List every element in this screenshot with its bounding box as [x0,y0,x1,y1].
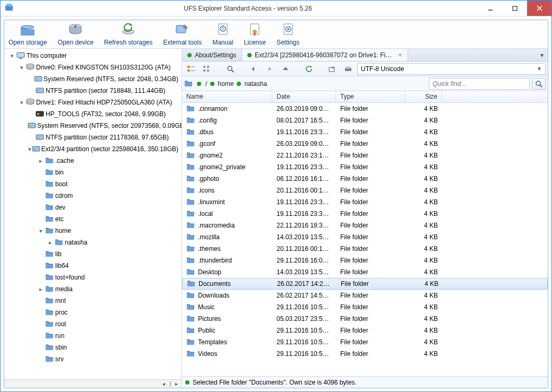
cell-size: 4 KB [405,128,442,136]
tab-about[interactable]: About/Settings [182,49,242,61]
sidebar-hscroll[interactable]: ◂ | ▸ [4,379,182,388]
print-icon[interactable] [341,63,355,75]
tab-close-icon[interactable]: × [398,51,402,59]
expand-icon[interactable]: ▾ [8,53,16,59]
toolbar-open-device[interactable]: Open device [58,22,93,46]
tab-menu-icon[interactable]: ▾ [536,51,548,59]
cell-date: 14.03.2019 13:53:41 [272,233,336,241]
expand-icon[interactable]: ▸ [37,286,45,293]
file-row[interactable]: .gconf26.03.2019 09:03:55File folder4 KB [182,138,548,150]
tree-item[interactable]: ▸natasha [4,237,182,248]
tree-item[interactable]: etc [4,213,182,225]
nav-forward-icon[interactable] [263,63,277,75]
tree-item[interactable]: lib [4,248,182,260]
file-row[interactable]: .gphoto06.12.2016 16:18:35File folder4 K… [182,173,548,185]
tree-item[interactable]: ▾Drive0: Fixed KINGSTON SH103S3120G (ATA… [4,62,182,73]
tree-item[interactable]: ▾Drive1: Fixed Hitachi HDP725050GLA360 (… [4,97,182,108]
file-row[interactable]: Public29.11.2016 10:53:57File folder4 KB [182,325,548,336]
file-row[interactable]: Downloads26.02.2017 14:50:57File folder4… [182,290,548,301]
tree-item[interactable]: ▾This computer [4,50,182,62]
expand-icon[interactable]: ▾ [18,99,25,106]
tree-item[interactable]: proc [4,307,182,318]
tree-item[interactable]: NTFS partition (sector 21178368, 97.65GB… [4,132,182,143]
tree-item[interactable]: System Reserved (NTFS, sector 2048, 0.34… [4,73,182,85]
file-grid[interactable]: .cinnamon26.03.2019 09:03:59File folder4… [182,103,548,376]
file-row[interactable]: .linuxmint19.11.2016 23:37:25File folder… [182,196,548,208]
expand-icon[interactable]: ▸ [37,158,45,164]
expand-icon[interactable]: ▸ [47,239,54,246]
file-row[interactable]: .config08.01.2017 16:52:28File folder4 K… [182,115,548,126]
folder-icon [186,256,195,265]
nav-back-icon[interactable] [247,63,261,75]
tree-item[interactable]: lib64 [4,260,182,272]
nav-up-icon[interactable] [279,63,292,75]
file-row[interactable]: .macromedia22.11.2016 18:32:19File folde… [182,220,548,231]
tree-item[interactable]: NTFS partition (sector 718848, 111.44GB) [4,85,182,97]
close-button[interactable] [527,1,551,16]
tree-item[interactable]: boot [4,178,182,190]
tree-view-icon[interactable] [184,63,198,75]
refresh-icon[interactable] [302,63,316,75]
file-row[interactable]: Music29.11.2016 10:53:57File folder4 KB [182,301,548,313]
tree-item[interactable]: bin [4,167,182,178]
expand-icon[interactable]: ▾ [37,228,45,234]
toolbar-license[interactable]: License [244,22,266,46]
list-view-icon[interactable] [200,63,214,75]
toolbar-settings[interactable]: Settings [277,22,299,46]
file-row[interactable]: .icons20.11.2016 00:16:12File folder4 KB [182,185,548,196]
minimize-button[interactable] [478,1,503,16]
tree-item[interactable]: cdrom [4,190,182,202]
file-row[interactable]: Pictures05.03.2017 23:57:38File folder4 … [182,313,548,325]
file-row[interactable]: .local19.11.2016 23:36:47File folder4 KB [182,208,548,220]
breadcrumb-seg-0[interactable]: / [205,80,207,88]
tree-item[interactable]: mnt [4,295,182,307]
tree-item[interactable]: run [4,330,182,342]
encoding-select[interactable]: UTF-8 Unicode ▼ [357,63,546,75]
quickfind-button[interactable] [532,78,546,90]
file-row[interactable]: .thunderbird29.11.2016 16:09:33File fold… [182,255,548,266]
expand-icon[interactable]: ▾ [28,146,32,153]
tree-item[interactable]: ▾home [4,225,182,237]
file-row[interactable]: .gnome2_private19.11.2016 23:37:36File f… [182,161,548,173]
file-row[interactable]: .dbus19.11.2016 23:36:45File folder4 KB [182,126,548,138]
tab-ext[interactable]: Ext2/3/4 [225980416-960387072 on Drive1:… [242,49,408,61]
tree-item[interactable]: sbin [4,342,182,353]
tree-item[interactable]: srv [4,353,182,365]
find-icon[interactable] [223,63,237,75]
toolbar-open-storage[interactable]: Open storage [8,22,47,46]
file-row[interactable]: .cinnamon26.03.2019 09:03:59File folder4… [182,103,548,115]
tree-item[interactable]: root [4,318,182,330]
breadcrumb-root-icon[interactable] [184,80,193,88]
file-row[interactable]: .gnome222.11.2016 23:11:29File folder4 K… [182,150,548,161]
tree-item[interactable]: ▸.cache [4,155,182,167]
tree-item[interactable]: ▸media [4,283,182,295]
tree-item[interactable]: System Reserved (NTFS, sector 20973568, … [4,120,182,132]
col-type[interactable]: Type [336,91,405,102]
toolbar-refresh-storages[interactable]: Refresh storages [104,22,152,46]
hscroll-left-icon[interactable]: ◂ [161,381,167,387]
file-row[interactable]: Videos29.11.2016 10:53:57File folder4 KB [182,348,548,360]
tree-item[interactable]: lost+found [4,272,182,283]
expand-icon[interactable]: ▾ [18,64,25,71]
tree-item[interactable]: dev [4,202,182,213]
view-toolbar: UTF-8 Unicode ▼ [182,62,548,76]
maximize-button[interactable] [503,1,527,16]
tree-item[interactable]: HP_TOOLS (FAT32, sector 2048, 9.99GB) [4,108,182,120]
file-row[interactable]: Desktop14.03.2019 13:56:00File folder4 K… [182,266,548,278]
col-size[interactable]: Size [405,91,442,102]
col-name[interactable]: Name [182,91,272,102]
file-row[interactable]: Templates29.11.2016 10:53:57File folder4… [182,336,548,348]
breadcrumb-seg-2[interactable]: natasha [244,80,267,88]
tree-item[interactable]: ▾Ext2/3/4 partition (sector 225980416, 3… [4,143,182,155]
toolbar-external-tools[interactable]: External tools [163,22,202,46]
quickfind-input[interactable] [429,78,530,90]
breadcrumb-seg-1[interactable]: home [218,80,234,88]
col-date[interactable]: Date [272,91,336,102]
file-row[interactable]: .mozilla14.03.2019 13:53:41File folder4 … [182,231,548,243]
hscroll-right-icon[interactable]: ▸ [174,381,179,387]
toolbar-manual[interactable]: iManual [212,22,233,46]
file-row[interactable]: Documents26.02.2017 14:20:11File folder4… [182,278,548,290]
file-row[interactable]: .themes20.11.2016 00:16:12File folder4 K… [182,243,548,255]
export-icon[interactable] [325,63,339,75]
storage-tree[interactable]: ▾This computer▾Drive0: Fixed KINGSTON SH… [4,49,182,379]
